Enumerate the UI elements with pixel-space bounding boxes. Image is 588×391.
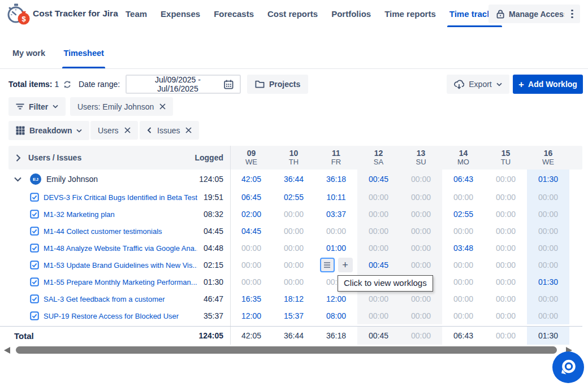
search-assistant-fab[interactable]: [552, 351, 584, 383]
worklog-cell[interactable]: 00:00: [527, 206, 569, 223]
worklog-cell[interactable]: 00:00: [357, 223, 400, 240]
worklog-cell[interactable]: 00:00: [400, 290, 442, 307]
worklog-cell[interactable]: 00:00: [442, 189, 485, 206]
export-button[interactable]: Export: [447, 75, 509, 94]
nav-item-forecasts[interactable]: Forecasts: [214, 0, 254, 27]
move-issues-left-icon[interactable]: [147, 127, 152, 133]
nav-item-expenses[interactable]: Expenses: [161, 0, 200, 27]
add-worklog-button[interactable]: + Add Worklog: [513, 75, 583, 94]
worklog-cell[interactable]: 00:00: [357, 240, 400, 257]
horizontal-scrollbar-thumb[interactable]: [16, 346, 557, 354]
issue-title[interactable]: SUP-19 Restore Access for Blocked User: [44, 312, 179, 320]
worklog-cell[interactable]: 00:00: [273, 240, 315, 257]
worklog-cell[interactable]: 00:00: [485, 257, 527, 273]
worklog-cell[interactable]: 00:00: [400, 307, 442, 324]
worklog-cell[interactable]: 03:37: [315, 206, 357, 223]
tab-timesheet[interactable]: Timesheet: [62, 40, 105, 68]
worklog-cell[interactable]: 16:35: [230, 290, 273, 307]
date-range-input[interactable]: Jul/09/2025 - Jul/16/2025: [126, 75, 241, 94]
worklog-cell[interactable]: 08:00: [315, 307, 357, 324]
worklog-cell[interactable]: 00:00: [485, 206, 527, 223]
worklog-cell[interactable]: 18:12: [273, 290, 315, 307]
breakdown-chip-issues[interactable]: Issues: [140, 121, 199, 140]
worklog-cell[interactable]: 00:00: [442, 307, 485, 324]
worklog-cell[interactable]: 03:48: [442, 240, 485, 257]
nav-item-cost-reports[interactable]: Cost reports: [267, 0, 318, 27]
worklog-cell[interactable]: 00:00: [527, 240, 569, 257]
more-options-button[interactable]: [564, 5, 580, 23]
issue-title[interactable]: M1-44 Collect customer testimonials: [44, 227, 162, 236]
worklog-cell[interactable]: 00:45: [357, 170, 400, 189]
worklog-cell[interactable]: 00:00: [485, 170, 527, 189]
user-name[interactable]: Emily Johnson: [46, 175, 98, 184]
remove-breakdown-users-icon[interactable]: [124, 127, 131, 133]
worklog-cell[interactable]: 02:55: [273, 189, 315, 206]
worklog-cell[interactable]: 01:00: [315, 240, 357, 257]
worklog-cell[interactable]: 00:00: [527, 307, 569, 324]
worklog-cell[interactable]: 00:00: [230, 273, 273, 290]
worklog-cell[interactable]: 00:00: [485, 223, 527, 240]
collapse-user-icon[interactable]: [14, 177, 30, 182]
worklog-cell[interactable]: 42:05: [230, 170, 273, 189]
issue-title[interactable]: DEVS-3 Fix Critical Bugs Identified in B…: [44, 193, 197, 202]
projects-button[interactable]: Projects: [247, 75, 308, 94]
nav-item-portfolios[interactable]: Portfolios: [331, 0, 371, 27]
worklog-cell[interactable]: 00:00: [527, 257, 569, 273]
tab-my-work[interactable]: My work: [11, 40, 46, 68]
worklog-cell[interactable]: 04:45: [230, 223, 273, 240]
worklog-cell[interactable]: 00:00: [485, 240, 527, 257]
worklog-cell[interactable]: 00:00: [400, 240, 442, 257]
worklog-cell[interactable]: 02:55: [442, 206, 485, 223]
worklog-cell[interactable]: 10:11: [315, 189, 357, 206]
scroll-left-arrow[interactable]: [4, 347, 10, 354]
worklog-cell[interactable]: 00:00: [400, 257, 442, 273]
worklog-cell[interactable]: 00:00: [273, 273, 315, 290]
worklog-cell[interactable]: 00:00: [527, 189, 569, 206]
worklog-cell[interactable]: 00:00: [357, 290, 400, 307]
breakdown-chip-users[interactable]: Users: [90, 121, 138, 140]
worklog-cell[interactable]: 00:00: [273, 257, 315, 273]
worklog-cell[interactable]: 00:00: [273, 223, 315, 240]
expand-all-icon[interactable]: [16, 154, 21, 162]
issue-title[interactable]: M1-53 Update Brand Guidelines with New V…: [44, 261, 197, 270]
filter-button[interactable]: Filter: [8, 97, 66, 116]
worklog-cell[interactable]: 00:45: [357, 257, 400, 273]
breakdown-button[interactable]: Breakdown: [8, 121, 89, 140]
worklog-cell[interactable]: 00:00: [315, 223, 357, 240]
worklog-cell[interactable]: 00:00: [527, 290, 569, 307]
worklog-cell[interactable]: 12:00: [315, 290, 357, 307]
worklog-cell[interactable]: 01:30: [527, 273, 569, 290]
worklog-cell[interactable]: 00:00: [485, 290, 527, 307]
view-worklogs-button[interactable]: [320, 258, 335, 272]
manage-access-button[interactable]: Manage Access: [488, 5, 576, 23]
worklog-cell[interactable]: 00:00: [400, 189, 442, 206]
remove-filter-icon[interactable]: [159, 103, 166, 110]
worklog-cell[interactable]: 00:00: [485, 307, 527, 324]
worklog-cell[interactable]: 36:44: [273, 170, 315, 189]
worklog-cell[interactable]: 00:00: [230, 257, 273, 273]
worklog-cell[interactable]: 36:18: [315, 170, 357, 189]
worklog-cell[interactable]: 00:00: [442, 223, 485, 240]
worklog-cell[interactable]: 00:00: [485, 189, 527, 206]
issue-title[interactable]: M1-32 Marketing plan: [44, 210, 115, 219]
worklog-cell[interactable]: 00:00: [400, 223, 442, 240]
worklog-cell[interactable]: 00:00: [357, 206, 400, 223]
issue-title[interactable]: M1-48 Analyze Website Traffic via Google…: [44, 244, 197, 253]
worklog-cell[interactable]: 00:00: [273, 206, 315, 223]
worklog-cell[interactable]: 02:00: [230, 206, 273, 223]
nav-item-team[interactable]: Team: [126, 0, 147, 27]
worklog-cell[interactable]: 00:00: [442, 290, 485, 307]
add-worklog-cell-button[interactable]: +: [338, 258, 353, 272]
worklog-cell[interactable]: 01:30: [527, 170, 569, 189]
worklog-cell[interactable]: 15:37: [273, 307, 315, 324]
filter-chip-users[interactable]: Users: Emily Johnson: [70, 97, 173, 116]
remove-breakdown-issues-icon[interactable]: [185, 127, 192, 133]
refresh-icon[interactable]: [63, 80, 71, 89]
worklog-cell[interactable]: 00:00: [400, 170, 442, 189]
worklog-cell[interactable]: 00:00: [357, 189, 400, 206]
worklog-cell[interactable]: 00:00: [442, 257, 485, 273]
worklog-cell[interactable]: 12:00: [230, 307, 273, 324]
issue-title[interactable]: SAL-3 Get feedback from a customer: [44, 295, 165, 303]
nav-item-time-reports[interactable]: Time reports: [384, 0, 436, 27]
worklog-cell[interactable]: 06:43: [442, 170, 485, 189]
